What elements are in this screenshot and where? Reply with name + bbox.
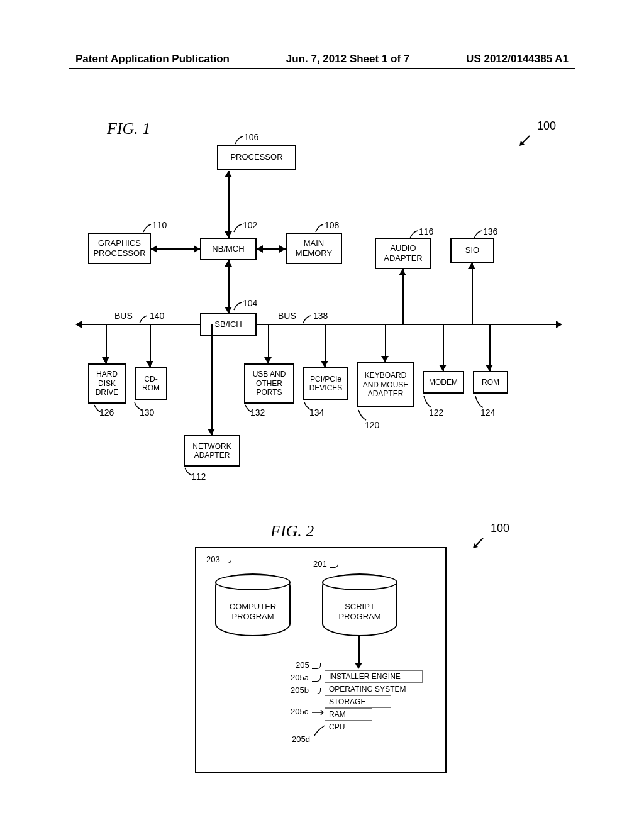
ref-205d: 205d	[292, 734, 310, 744]
header-left: Patent Application Publication	[75, 53, 230, 65]
arrowhead-icon	[102, 357, 109, 363]
leader-icon	[133, 401, 143, 411]
box-sio: SIO	[450, 238, 494, 263]
box-nbmch: NB/MCH	[200, 238, 257, 260]
ref-140: 140	[150, 311, 164, 321]
bus-label-138: BUS	[278, 311, 296, 321]
header-center: Jun. 7, 2012 Sheet 1 of 7	[286, 53, 410, 65]
stack-ram: RAM	[325, 708, 372, 721]
leader-icon	[312, 688, 321, 694]
connector	[151, 248, 200, 250]
ref-110: 110	[152, 220, 167, 230]
connector	[472, 263, 473, 324]
fig1-label: FIG. 1	[107, 119, 150, 138]
arrowhead-icon	[279, 245, 286, 253]
leader-icon	[233, 223, 243, 233]
arrowhead-icon	[257, 245, 263, 253]
leader-icon	[184, 467, 194, 477]
box-graphics: GRAPHICS PROCESSOR	[88, 233, 151, 264]
arrowhead-icon	[151, 245, 157, 253]
arrowhead-icon	[264, 357, 272, 363]
box-sbich: SB/ICH	[200, 313, 257, 336]
leader-icon	[423, 395, 433, 409]
fig2-outer-box: COMPUTER PROGRAM SCRIPT PROGRAM 203 201 …	[195, 547, 447, 773]
ref-104: 104	[243, 298, 257, 308]
arrowhead-icon	[194, 245, 200, 253]
ref-102: 102	[243, 220, 257, 230]
box-hdd: HARD DISK DRIVE	[88, 363, 126, 404]
leader-icon	[357, 409, 367, 421]
leader-icon	[233, 301, 243, 311]
page-header: Patent Application Publication Jun. 7, 2…	[0, 53, 644, 65]
arrowhead-icon	[208, 429, 215, 435]
box-audio: AUDIO ADAPTER	[375, 238, 431, 269]
stack-os: OPERATING SYSTEM	[325, 683, 435, 695]
box-kbm: KEYBOARD AND MOUSE ADAPTER	[357, 362, 414, 407]
stack-cpu: CPU	[325, 721, 372, 733]
figure-1: FIG. 1 100 PROCESSOR 106 GRAPHICS PROCES…	[75, 113, 569, 516]
leader-icon	[312, 675, 321, 682]
ref-205a: 205a	[291, 673, 309, 682]
fig1-ref-100: 100	[537, 119, 556, 133]
connector	[443, 324, 444, 371]
arrowhead-icon	[486, 365, 493, 371]
box-rom: ROM	[473, 371, 508, 394]
arrowhead-icon	[225, 260, 232, 267]
leader-icon	[314, 223, 325, 233]
box-cdrom: CD-ROM	[135, 367, 167, 400]
arrowhead-icon	[556, 321, 562, 328]
arrowhead-icon	[468, 263, 475, 269]
leader-icon	[330, 562, 338, 568]
ref-124: 124	[480, 407, 495, 418]
leader-icon	[409, 230, 419, 240]
leader-icon	[474, 395, 484, 409]
arrowhead-icon	[381, 356, 389, 362]
ref-116: 116	[419, 226, 433, 236]
cylinder-script-program: SCRIPT PROGRAM	[322, 573, 397, 636]
leader-icon	[312, 663, 321, 669]
cyl-label-program: COMPUTER PROGRAM	[216, 602, 289, 621]
cylinder-computer-program: COMPUTER PROGRAM	[215, 573, 291, 636]
header-right: US 2012/0144385 A1	[466, 53, 569, 65]
ref-138: 138	[313, 311, 328, 321]
leader-icon	[303, 401, 313, 411]
connector	[228, 260, 230, 313]
box-netadapter: NETWORK ADAPTER	[184, 435, 240, 467]
fig2-label: FIG. 2	[270, 522, 314, 541]
connector	[358, 636, 360, 664]
arrowhead-icon	[439, 365, 447, 371]
leader-icon	[313, 724, 326, 737]
connector	[489, 324, 491, 371]
ref-136: 136	[483, 226, 497, 236]
ref-120: 120	[365, 420, 379, 430]
stack-installer: INSTALLER ENGINE	[325, 670, 423, 683]
fig2-ref-100: 100	[491, 522, 509, 535]
ref-122: 122	[429, 407, 443, 418]
arrowhead-icon	[146, 361, 153, 367]
leader-icon	[244, 404, 254, 414]
leader-icon	[312, 709, 325, 716]
box-modem: MODEM	[423, 371, 464, 394]
connector	[228, 171, 230, 238]
box-usb: USB AND OTHER PORTS	[244, 363, 294, 404]
box-pci: PCI/PCIe DEVICES	[303, 367, 348, 400]
ref-203: 203	[206, 555, 220, 564]
figure-2: FIG. 2 100 COMPUTER PROGRAM SCRIPT PROGR…	[189, 522, 516, 786]
leader-icon	[138, 314, 148, 324]
bus-label-140: BUS	[114, 311, 133, 321]
arrowhead-icon	[225, 231, 232, 238]
ref-106: 106	[244, 132, 258, 142]
arrowhead-icon	[225, 307, 232, 313]
box-processor: PROCESSOR	[217, 145, 296, 170]
ref-205c: 205c	[291, 707, 308, 716]
arrowhead-icon	[355, 663, 362, 669]
leader-icon	[234, 135, 244, 145]
connector	[402, 269, 404, 324]
leader-icon	[93, 404, 103, 414]
leader-icon	[473, 230, 483, 240]
arrow-icon	[472, 537, 484, 550]
cyl-label-script: SCRIPT PROGRAM	[323, 602, 396, 621]
box-mainmem: MAIN MEMORY	[286, 233, 342, 264]
ref-205: 205	[296, 660, 309, 670]
stack-storage: STORAGE	[325, 695, 391, 708]
